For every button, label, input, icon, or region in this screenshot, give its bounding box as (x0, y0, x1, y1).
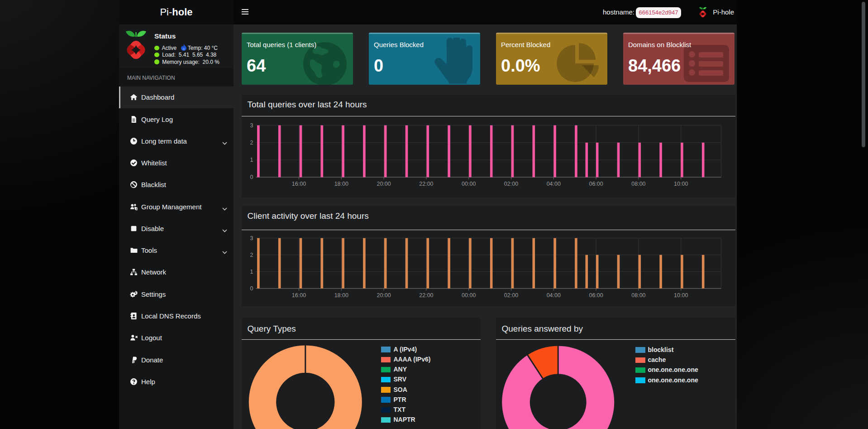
svg-text:2: 2 (250, 140, 253, 146)
svg-text:02:00: 02:00 (504, 292, 518, 299)
svg-text:04:00: 04:00 (546, 181, 560, 188)
svg-text:02:00: 02:00 (504, 181, 518, 188)
svg-text:18:00: 18:00 (334, 181, 348, 188)
svg-text:3: 3 (250, 122, 253, 129)
svg-text:16:00: 16:00 (291, 292, 305, 299)
svg-text:20:00: 20:00 (377, 292, 391, 299)
svg-text:06:00: 06:00 (589, 292, 603, 299)
svg-text:00:00: 00:00 (462, 181, 476, 188)
svg-text:1: 1 (250, 157, 253, 164)
svg-text:18:00: 18:00 (334, 292, 348, 299)
svg-text:22:00: 22:00 (419, 292, 433, 299)
svg-text:00:00: 00:00 (462, 292, 476, 299)
svg-text:2: 2 (250, 252, 253, 258)
svg-text:3: 3 (250, 235, 253, 241)
svg-text:16:00: 16:00 (291, 181, 305, 188)
svg-text:04:00: 04:00 (546, 292, 560, 299)
svg-text:08:00: 08:00 (631, 292, 645, 299)
svg-text:08:00: 08:00 (631, 181, 645, 188)
svg-text:10:00: 10:00 (674, 292, 688, 299)
svg-text:22:00: 22:00 (419, 181, 433, 188)
svg-text:1: 1 (250, 269, 253, 275)
svg-text:10:00: 10:00 (674, 181, 688, 188)
svg-text:0: 0 (250, 174, 253, 181)
svg-text:06:00: 06:00 (589, 181, 603, 188)
svg-text:20:00: 20:00 (377, 181, 391, 188)
svg-text:0: 0 (250, 285, 253, 292)
